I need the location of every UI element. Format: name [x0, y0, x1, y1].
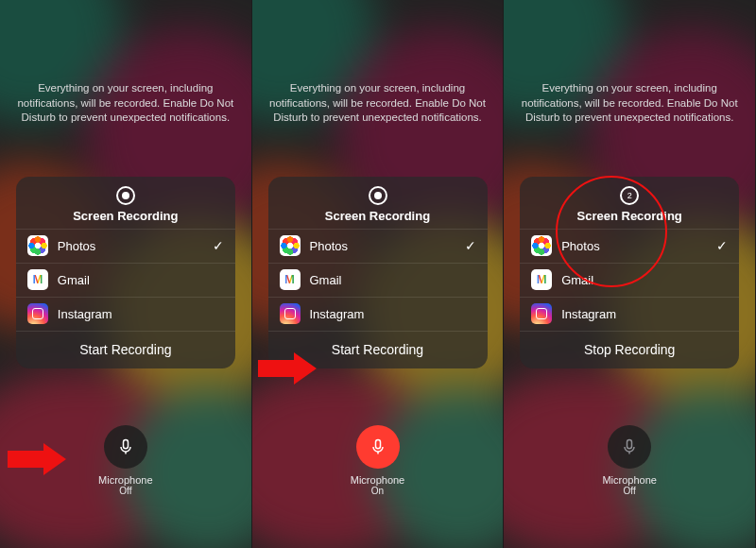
card-title: Screen Recording	[325, 209, 430, 223]
app-label: Gmail	[58, 273, 224, 287]
screen-recording-card: Screen Recording Photos ✓ Gmail Instagra…	[268, 177, 488, 368]
card-title: Screen Recording	[577, 209, 682, 223]
microphone-toggle-button[interactable]	[356, 425, 400, 469]
app-label: Photos	[310, 239, 455, 253]
photos-icon	[531, 235, 552, 256]
screenshot-step-2: Everything on your screen, including not…	[252, 0, 505, 548]
app-photos[interactable]: Photos ✓	[16, 229, 235, 263]
app-gmail[interactable]: Gmail	[268, 263, 488, 297]
microphone-label: Microphone	[351, 474, 404, 486]
app-label: Photos	[561, 239, 707, 253]
microphone-state: Off	[624, 486, 636, 496]
description-text: Everything on your screen, including not…	[521, 81, 738, 126]
checkmark-icon: ✓	[213, 238, 224, 253]
app-photos[interactable]: Photos ✓	[268, 229, 488, 263]
gmail-icon	[531, 269, 552, 290]
instagram-icon	[280, 303, 301, 324]
description-text: Everything on your screen, including not…	[17, 81, 234, 126]
microphone-icon	[116, 437, 135, 456]
card-title: Screen Recording	[73, 209, 178, 223]
annotation-arrow	[6, 442, 68, 476]
screenshot-step-1: Everything on your screen, including not…	[0, 0, 252, 548]
microphone-label: Microphone	[602, 474, 656, 486]
svg-rect-0	[123, 439, 128, 448]
svg-rect-1	[375, 439, 380, 448]
record-countdown-icon: 2	[620, 186, 639, 205]
photos-icon	[27, 235, 48, 256]
description-text: Everything on your screen, including not…	[269, 81, 487, 126]
instagram-icon	[27, 303, 48, 324]
start-recording-button[interactable]: Start Recording	[16, 331, 235, 368]
screen-recording-card: 2 Screen Recording Photos ✓ Gmail Instag…	[520, 177, 739, 368]
checkmark-icon: ✓	[465, 238, 476, 253]
screenshot-step-3: Everything on your screen, including not…	[504, 0, 756, 548]
app-instagram[interactable]: Instagram	[268, 297, 488, 331]
app-label: Instagram	[310, 307, 476, 321]
gmail-icon	[280, 269, 301, 290]
record-indicator-icon	[369, 186, 387, 205]
app-instagram[interactable]: Instagram	[520, 297, 739, 331]
checkmark-icon: ✓	[716, 238, 728, 253]
gmail-icon	[27, 269, 48, 290]
screen-recording-card: Screen Recording Photos ✓ Gmail Instagra…	[16, 177, 235, 368]
microphone-state: Off	[119, 486, 131, 496]
app-instagram[interactable]: Instagram	[16, 297, 235, 331]
app-gmail[interactable]: Gmail	[520, 263, 739, 297]
microphone-label: Microphone	[98, 474, 152, 486]
microphone-toggle-button[interactable]	[104, 425, 147, 469]
instagram-icon	[531, 303, 552, 324]
annotation-arrow	[256, 351, 318, 385]
app-photos[interactable]: Photos ✓	[520, 229, 739, 263]
stop-recording-button[interactable]: Stop Recording	[520, 331, 739, 368]
record-indicator-icon	[116, 186, 135, 205]
app-gmail[interactable]: Gmail	[16, 263, 235, 297]
microphone-state: On	[371, 486, 384, 496]
app-label: Gmail	[561, 273, 728, 287]
svg-rect-2	[627, 439, 632, 448]
microphone-icon	[620, 437, 639, 456]
microphone-icon	[369, 437, 387, 456]
app-label: Instagram	[58, 307, 224, 321]
microphone-toggle-button[interactable]	[608, 425, 651, 469]
app-label: Photos	[58, 239, 203, 253]
app-label: Instagram	[561, 307, 728, 321]
app-label: Gmail	[310, 273, 476, 287]
photos-icon	[280, 235, 301, 256]
